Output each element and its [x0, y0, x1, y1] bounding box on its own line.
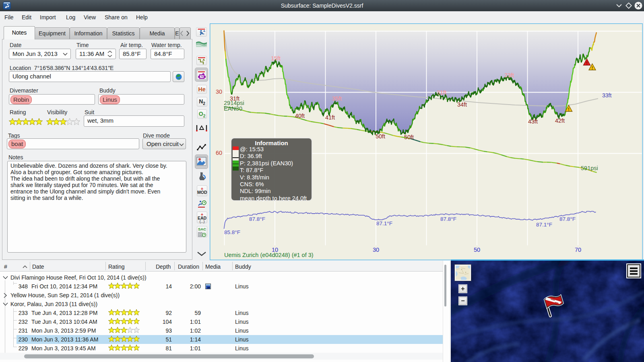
svg-text:33ft: 33ft: [602, 92, 611, 99]
svg-text:30: 30: [216, 88, 222, 95]
svg-text:!: !: [568, 107, 569, 112]
svg-text:50ft: 50ft: [376, 133, 385, 140]
svg-text:591psi: 591psi: [581, 165, 598, 171]
svg-text:87.1°F: 87.1°F: [536, 222, 552, 228]
svg-text:40ft: 40ft: [295, 113, 305, 119]
svg-text:31ft: 31ft: [437, 89, 446, 96]
svg-text:34ft: 34ft: [457, 101, 467, 108]
svg-text:35ft: 35ft: [332, 95, 342, 102]
svg-text:87.8°F: 87.8°F: [440, 216, 456, 222]
svg-text:23ft: 23ft: [504, 72, 514, 78]
svg-text:85.8°F: 85.8°F: [224, 229, 240, 235]
svg-text:!: !: [586, 61, 587, 66]
svg-text:!: !: [592, 66, 593, 70]
svg-text:50ft: 50ft: [404, 134, 414, 140]
svg-text:42ft: 42ft: [555, 117, 565, 124]
svg-text:87.1°F: 87.1°F: [376, 220, 392, 226]
svg-text:87.8°F: 87.8°F: [559, 216, 576, 222]
svg-text:60: 60: [216, 150, 222, 156]
svg-text:50: 50: [474, 247, 480, 253]
svg-text:30: 30: [373, 247, 379, 253]
svg-text:15ft: 15ft: [271, 55, 281, 62]
svg-text:EAN30: EAN30: [224, 105, 242, 112]
svg-text:41ft: 41ft: [325, 114, 335, 121]
svg-text:43ft: 43ft: [528, 118, 538, 125]
svg-text:70: 70: [575, 247, 581, 253]
svg-text:87.8°F: 87.8°F: [249, 216, 265, 222]
svg-text:Uemis Zurich (e04d0248) (#1 of: Uemis Zurich (e04d0248) (#1 of 3): [224, 252, 314, 258]
